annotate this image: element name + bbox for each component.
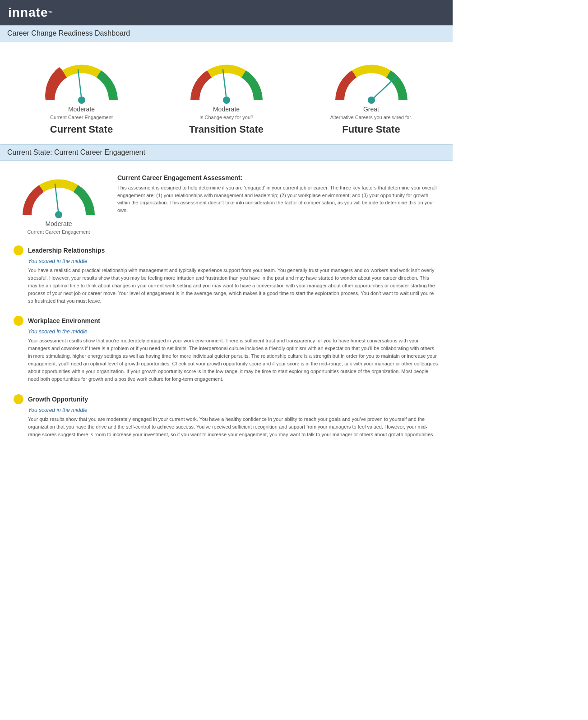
gauge-current-title: Current State [50,124,113,135]
dashboard-header: Career Change Readiness Dashboard [0,25,453,42]
gauge-svg-current [37,55,127,105]
detail-gauge-wrap: Moderate Current Career Engagement [14,170,104,235]
leadership-dot [14,245,23,255]
subsection-workplace-header: Workplace Environment [14,316,439,326]
assessment-title: Current Career Engagement Assessment: [117,174,439,181]
subsection-workplace: Workplace Environment You scored in the … [14,316,439,383]
gauge-future-title: Future State [342,124,400,135]
gauges-row: Moderate Current Career Engagement Curre… [0,42,453,144]
subsection-leadership-header: Leadership Relationships [14,245,439,255]
dashboard-title: Career Change Readiness Dashboard [7,29,130,37]
logo: innate [8,5,48,20]
growth-score: You scored in the middle [28,407,439,413]
gauge-future-state: Great Alternative Careers you are wired … [308,55,435,135]
gauge-future-sublabel: Alternative Careers you are wired for. [330,115,412,120]
gauge-future-score: Great [363,106,379,113]
gauge-svg-future [326,55,417,105]
detail-gauge-sublabel: Current Career Engagement [28,229,90,235]
gauge-transition-sublabel: Is Change easy for you? [199,115,253,120]
gauge-current-state: Moderate Current Career Engagement Curre… [19,55,145,135]
leadership-body: You have a realistic and practical relat… [28,267,439,305]
leadership-title: Leadership Relationships [28,247,105,254]
growth-title: Growth Opportunity [28,396,88,403]
detail-text-wrap: Current Career Engagement Assessment: Th… [117,170,439,235]
gauge-transition-title: Transition State [189,124,264,135]
detail-top-row: Moderate Current Career Engagement Curre… [14,170,439,235]
detail-gauge-svg [14,170,104,219]
workplace-body: Your assessment results show that you're… [28,337,439,383]
growth-body: Your quiz results show that you are mode… [28,415,439,438]
growth-dot [14,394,23,404]
subsection-leadership: Leadership Relationships You scored in t… [14,245,439,305]
subsection-growth-header: Growth Opportunity [14,394,439,404]
detail-section-header: Current State: Current Career Engagement [0,144,453,161]
gauge-current-score: Moderate [68,106,95,113]
detail-section-body: Moderate Current Career Engagement Curre… [0,161,453,458]
gauge-transition-score: Moderate [213,106,240,113]
detail-header-title: Current State: Current Career Engagement [7,148,145,156]
gauge-svg-transition [181,55,272,105]
assessment-body: This assessment is designed to help dete… [117,184,439,214]
gauge-current-sublabel: Current Career Engagement [50,115,113,120]
logo-suffix: ™ [48,10,52,15]
workplace-score: You scored in the middle [28,328,439,335]
app-header: innate™ [0,0,453,25]
workplace-title: Workplace Environment [28,317,100,324]
gauge-transition-state: Moderate Is Change easy for you? Transit… [163,55,290,135]
leadership-score: You scored in the middle [28,258,439,264]
subsection-growth: Growth Opportunity You scored in the mid… [14,394,439,438]
detail-gauge-score: Moderate [45,220,72,227]
workplace-dot [14,316,23,326]
